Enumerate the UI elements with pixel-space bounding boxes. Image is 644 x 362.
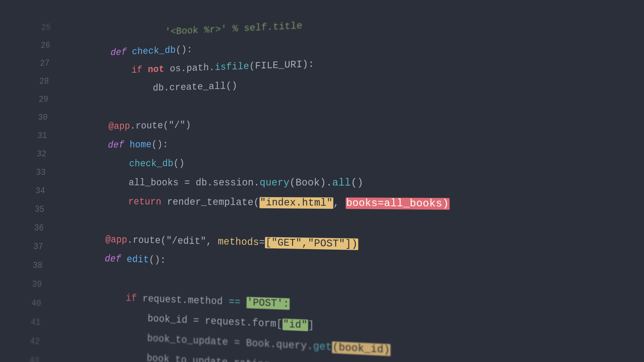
line-number-41: 41: [27, 317, 49, 328]
line-number-32: 32: [33, 149, 55, 159]
line-number-39: 39: [29, 279, 51, 290]
line-content-38: [51, 260, 56, 271]
line-content-34: return render_template("index.html", boo…: [53, 186, 450, 221]
line-number-36: 36: [31, 223, 53, 233]
code-lines: 25 '<Book %r>' % self.title 26 def check…: [21, 0, 644, 362]
code-line-34: 34 return render_template("index.html", …: [28, 186, 644, 209]
line-number-27: 27: [37, 58, 58, 68]
code-line-33: 33 all_books = db.session.query(Book).al…: [28, 164, 644, 187]
line-content-37: def edit():: [51, 242, 166, 277]
line-content-35: [53, 204, 58, 215]
line-number-34: 34: [32, 186, 54, 196]
line-number-43: 43: [26, 355, 48, 362]
line-number-33: 33: [33, 167, 54, 177]
line-number-30: 30: [35, 112, 56, 123]
line-number-42: 42: [27, 336, 49, 347]
line-content-28: db.create_all(): [56, 70, 237, 106]
code-editor: 25 '<Book %r>' % self.title 26 def check…: [0, 0, 644, 362]
line-number-35: 35: [31, 204, 53, 215]
line-number-25: 25: [38, 22, 59, 33]
line-number-40: 40: [28, 298, 50, 309]
code-view: 25 '<Book %r>' % self.title 26 def check…: [22, 0, 644, 362]
line-number-31: 31: [34, 130, 56, 141]
line-number-28: 28: [36, 76, 58, 86]
line-number-37: 37: [30, 242, 52, 252]
line-number-38: 38: [29, 260, 51, 271]
line-content-29: [57, 94, 62, 104]
line-number-29: 29: [35, 94, 57, 104]
line-number-26: 26: [37, 40, 59, 51]
